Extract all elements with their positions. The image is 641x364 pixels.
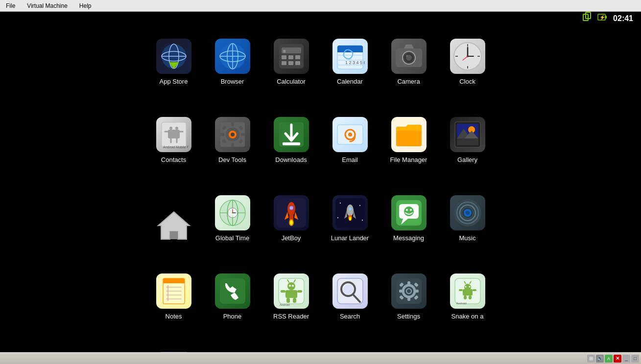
- app-icon-phone[interactable]: Phone: [203, 270, 262, 338]
- app-icon-settings[interactable]: Settings: [380, 270, 438, 338]
- app-icon-contacts[interactable]: Android Mobile Phone Contacts: [144, 113, 203, 182]
- svg-text:⚡: ⚡: [599, 14, 606, 21]
- jetboy-icon-img: [274, 195, 309, 230]
- app-icon-camera[interactable]: Camera: [380, 35, 438, 103]
- svg-rect-59: [231, 122, 234, 126]
- app-icon-messaging[interactable]: Messaging: [380, 191, 438, 260]
- app-icon-filemanager[interactable]: File Manager: [380, 113, 438, 182]
- statusbar: ⚡ 02:41: [0, 12, 641, 25]
- app-icon-appstore[interactable]: App Store: [144, 35, 203, 103]
- notes-icon-img: [156, 273, 191, 309]
- svg-rect-133: [297, 290, 302, 293]
- messaging-label: Messaging: [393, 234, 424, 243]
- svg-point-72: [348, 133, 352, 136]
- gallery-label: Gallery: [457, 156, 477, 164]
- appstore-icon-img: [156, 39, 191, 74]
- svg-rect-162: [464, 296, 467, 299]
- browser-icon-img: [215, 39, 250, 74]
- svg-point-99: [337, 217, 338, 218]
- svg-point-130: [287, 282, 295, 290]
- app-icon-devtools[interactable]: Dev Tools: [203, 113, 262, 182]
- svg-point-139: [292, 285, 294, 287]
- svg-rect-132: [281, 290, 285, 293]
- svg-point-119: [467, 212, 469, 214]
- app-icon-notes[interactable]: Notes: [144, 270, 203, 338]
- app-icon-search[interactable]: Search: [321, 270, 380, 338]
- app-icon-browser[interactable]: Browser: [203, 35, 262, 103]
- taskbar-icon-2[interactable]: 🔊: [596, 355, 604, 363]
- home-button-container[interactable]: [144, 191, 203, 260]
- svg-text:Android Mobile Phone: Android Mobile Phone: [163, 145, 189, 149]
- globaltime-icon-img: [215, 195, 250, 230]
- globaltime-label: Global Time: [215, 234, 249, 243]
- filemanager-label: File Manager: [390, 156, 427, 164]
- svg-rect-135: [293, 298, 296, 303]
- app-icon-jetboy[interactable]: JetBoy: [262, 191, 321, 260]
- camera-icon-img: [391, 39, 427, 74]
- svg-point-58: [231, 133, 235, 136]
- taskbar-icon-min[interactable]: _: [622, 355, 630, 363]
- gallery-icon-img: [450, 117, 485, 152]
- svg-marker-32: [404, 45, 414, 48]
- snake-label: Snake on a: [451, 313, 484, 321]
- app-icon-snake[interactable]: Android Snake on a: [438, 270, 497, 338]
- lunarlander-label: Lunar Lander: [331, 234, 369, 243]
- rssreader-icon-img: Android: [274, 273, 309, 309]
- svg-rect-149: [407, 281, 410, 285]
- svg-point-95: [289, 206, 293, 210]
- svg-point-105: [349, 217, 351, 221]
- svg-rect-159: [463, 289, 473, 296]
- menu-help[interactable]: Help: [77, 1, 94, 10]
- menu-file[interactable]: File: [4, 1, 17, 10]
- svg-rect-62: [241, 133, 245, 136]
- svg-point-148: [406, 289, 411, 294]
- svg-rect-163: [469, 296, 472, 299]
- app-grid: App Store Browser: [144, 35, 497, 364]
- app-icon-gallery[interactable]: Gallery: [438, 113, 497, 182]
- taskbar-icon-close[interactable]: ✕: [614, 355, 621, 363]
- svg-point-166: [465, 286, 466, 288]
- music-label: Music: [459, 234, 476, 243]
- menu-virtual-machine[interactable]: Virtual Machine: [25, 1, 70, 10]
- app-icon-clock[interactable]: Clock: [438, 35, 497, 103]
- svg-rect-80: [170, 231, 178, 239]
- app-icon-calendar[interactable]: 1 2 3 4 5 6 Calendar: [321, 35, 380, 103]
- svg-rect-134: [286, 298, 290, 303]
- svg-point-106: [348, 207, 352, 211]
- svg-rect-69: [283, 142, 300, 145]
- calendar-label: Calendar: [337, 78, 363, 86]
- jetboy-label: JetBoy: [282, 234, 301, 243]
- taskbar-icon-3[interactable]: A: [605, 355, 613, 363]
- svg-rect-131: [285, 290, 297, 298]
- svg-rect-152: [415, 290, 419, 293]
- camera-label: Camera: [397, 78, 420, 86]
- svg-rect-151: [399, 290, 403, 293]
- svg-point-111: [406, 209, 408, 211]
- search-icon-img: [332, 273, 368, 309]
- taskbar-icon-1[interactable]: ⊞: [587, 355, 595, 363]
- svg-point-100: [362, 220, 363, 221]
- svg-text:Android: Android: [456, 302, 467, 305]
- svg-rect-18: [282, 55, 286, 59]
- svg-rect-122: [163, 281, 185, 283]
- app-icon-rssreader[interactable]: Android RSS Reader: [262, 270, 321, 338]
- taskbar-icon-max[interactable]: □: [631, 355, 639, 363]
- app-grid-area: App Store Browser: [0, 25, 641, 364]
- svg-point-49: [175, 127, 178, 130]
- app-icon-globaltime[interactable]: Global Time: [203, 191, 262, 260]
- email-label: Email: [342, 156, 358, 164]
- app-icon-email[interactable]: Email: [321, 113, 380, 182]
- svg-text:1 2 3 4 5 6: 1 2 3 4 5 6: [345, 60, 365, 65]
- app-icon-lunarlander[interactable]: Lunar Lander: [321, 191, 380, 260]
- app-icon-music[interactable]: Music: [438, 191, 497, 260]
- app-icon-downloads[interactable]: Downloads: [262, 113, 321, 182]
- settings-icon-img: [391, 273, 427, 309]
- app-icon-calculator[interactable]: ≡ Calculator: [262, 35, 321, 103]
- svg-rect-23: [295, 61, 300, 65]
- svg-point-97: [340, 203, 341, 204]
- snake-icon-img: Android: [450, 273, 485, 309]
- windows-taskbar: ⊞ 🔊 A ✕ _ □: [0, 352, 641, 364]
- rssreader-label: RSS Reader: [273, 313, 309, 321]
- devtools-label: Dev Tools: [218, 156, 246, 164]
- svg-rect-61: [220, 133, 224, 136]
